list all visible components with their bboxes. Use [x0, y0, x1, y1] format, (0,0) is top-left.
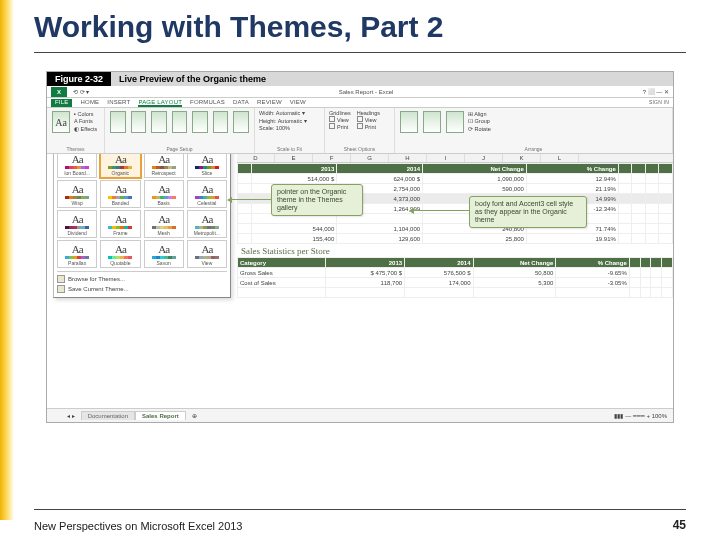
theme-thumbnail-slice[interactable]: AaSlice [187, 154, 227, 178]
page-setup-label: Page Setup [109, 146, 250, 152]
theme-thumbnail-basis[interactable]: AaBasis [144, 180, 184, 208]
theme-thumbnail-wisp[interactable]: AaWisp [57, 180, 97, 208]
footer-rule [34, 509, 686, 510]
table-header-row: 2013 2014 Net Change % Change [238, 164, 673, 174]
figure-number: Figure 2-32 [47, 72, 111, 86]
width-dropdown[interactable]: Automatic [276, 110, 300, 116]
size-button[interactable] [151, 111, 167, 133]
theme-thumbnail-retrospect[interactable]: AaRetrospect [144, 154, 184, 178]
callout-accent3: body font and Accent3 cell style as they… [469, 196, 587, 228]
group-button[interactable]: ⊡ Group [468, 118, 491, 125]
figure-caption-text: Live Preview of the Organic theme [111, 72, 673, 86]
theme-thumbnail-metropolit-[interactable]: AaMetropolit... [187, 210, 227, 238]
table-row: 544,0001,104,000240,80071.74% [238, 224, 673, 234]
sign-in-link[interactable]: Sign in [649, 99, 669, 107]
print-area-button[interactable] [172, 111, 188, 133]
excel-title: Sales Report - Excel [339, 89, 394, 95]
excel-logo-icon: X [51, 87, 67, 97]
theme-thumbnail-frame[interactable]: AaFrame [100, 210, 140, 238]
gridlines-view-check[interactable] [329, 116, 335, 122]
rotate-button[interactable]: ⟳ Rotate [468, 126, 491, 133]
folder-icon [57, 275, 65, 283]
send-backward-button[interactable] [423, 111, 441, 133]
slide-title: Working with Themes, Part 2 [0, 0, 720, 50]
align-button[interactable]: ⊞ Align [468, 111, 491, 118]
ribbon-tabs: FILE HOME INSERT PAGE LAYOUT FORMULAS DA… [47, 98, 673, 108]
theme-thumbnail-ion-board-[interactable]: AaIon Board... [57, 154, 97, 178]
table-row: 155,400129,60025,80019.91% [238, 234, 673, 244]
save-icon [57, 285, 65, 293]
themes-gallery: Office AaOfficeAaFacetAaIntegralAaIonAaI… [53, 154, 231, 298]
theme-thumbnail-savon[interactable]: AaSavon [144, 240, 184, 268]
figure-caption: Figure 2-32 Live Preview of the Organic … [47, 72, 673, 86]
page-number: 45 [673, 518, 686, 532]
tab-review[interactable]: REVIEW [257, 99, 282, 107]
bring-forward-button[interactable] [400, 111, 418, 133]
effects-button[interactable]: ◐ Effects [74, 126, 97, 133]
excel-window: X ⟲ ⟳ ▾ Sales Report - Excel ? ⬜ — ✕ FIL… [47, 86, 673, 422]
section-title: Sales Statistics per Store [237, 244, 673, 257]
ribbon: Aa ▪ Colors A Fonts ◐ Effects Themes [47, 108, 673, 154]
margins-button[interactable] [110, 111, 126, 133]
table-row [238, 288, 673, 298]
sheet-tab-sales-report[interactable]: Sales Report [135, 411, 186, 420]
callout-arrow [231, 199, 271, 200]
excel-titlebar: X ⟲ ⟳ ▾ Sales Report - Excel ? ⬜ — ✕ [47, 86, 673, 98]
gridlines-print-check[interactable] [329, 123, 335, 129]
theme-thumbnail-mesh[interactable]: AaMesh [144, 210, 184, 238]
table2-header-row: Category 2013 2014 Net Change % Change [238, 258, 673, 268]
arrange-label: Arrange [399, 146, 668, 152]
worksheet-area: DEF GHI JKL 2013 2014 Net Change % Chang… [47, 154, 673, 422]
title-rule [34, 52, 686, 53]
themes-group-label: Themes [51, 146, 100, 152]
new-sheet-button[interactable]: ⊕ [186, 412, 203, 419]
slide-accent-bar [0, 0, 14, 520]
headings-view-check[interactable] [357, 116, 363, 122]
themes-button[interactable]: Aa [52, 111, 70, 133]
tab-data[interactable]: DATA [233, 99, 249, 107]
tab-insert[interactable]: INSERT [107, 99, 130, 107]
save-theme-button[interactable]: Save Current Theme... [57, 284, 227, 294]
tab-home[interactable]: HOME [80, 99, 99, 107]
table-row: 514,000 $624,000 $1,090,00012.94% [238, 174, 673, 184]
height-dropdown[interactable]: Automatic [278, 118, 302, 124]
column-headers: DEF GHI JKL [237, 154, 673, 163]
callout-organic-pointer: pointer on the Organic theme in the Them… [271, 184, 363, 216]
table-row: Cost of Sales118,700174,0005,300-3.05% [238, 278, 673, 288]
orientation-button[interactable] [131, 111, 147, 133]
sheet-tab-bar: ◂ ▸ Documentation Sales Report ⊕ ▮▮▮ — ━… [47, 408, 673, 422]
sheet-tab-documentation[interactable]: Documentation [81, 411, 135, 420]
file-tab[interactable]: FILE [51, 99, 72, 107]
theme-thumbnail-parallax[interactable]: AaParallax [57, 240, 97, 268]
figure-container: Figure 2-32 Live Preview of the Organic … [46, 71, 674, 423]
tab-view[interactable]: VIEW [290, 99, 306, 107]
footer-text: New Perspectives on Microsoft Excel 2013 [34, 520, 242, 532]
callout-arrow [413, 210, 469, 211]
browse-themes-button[interactable]: Browse for Themes... [57, 274, 227, 284]
table-row: Gross Sales$ 475,700 $576,500 $50,800-9.… [238, 268, 673, 278]
print-titles-button[interactable] [233, 111, 249, 133]
theme-thumbnail-organic[interactable]: AaOrganic [100, 154, 140, 178]
fonts-button[interactable]: A Fonts [74, 118, 97, 125]
theme-thumbnail-celestial[interactable]: AaCelestial [187, 180, 227, 208]
background-button[interactable] [213, 111, 229, 133]
headings-print-check[interactable] [357, 123, 363, 129]
sheet-options-label: Sheet Options [329, 146, 390, 152]
scale-label: Scale to Fit [259, 146, 320, 152]
theme-thumbnail-dividend[interactable]: AaDividend [57, 210, 97, 238]
tab-page-layout[interactable]: PAGE LAYOUT [138, 99, 182, 107]
breaks-button[interactable] [192, 111, 208, 133]
tab-formulas[interactable]: FORMULAS [190, 99, 225, 107]
selection-pane-button[interactable] [446, 111, 464, 133]
scale-spinner[interactable]: 100% [276, 125, 290, 131]
theme-thumbnail-view[interactable]: AaView [187, 240, 227, 268]
theme-thumbnail-banded[interactable]: AaBanded [100, 180, 140, 208]
theme-thumbnail-quotable[interactable]: AaQuotable [100, 240, 140, 268]
colors-button[interactable]: ▪ Colors [74, 111, 97, 118]
